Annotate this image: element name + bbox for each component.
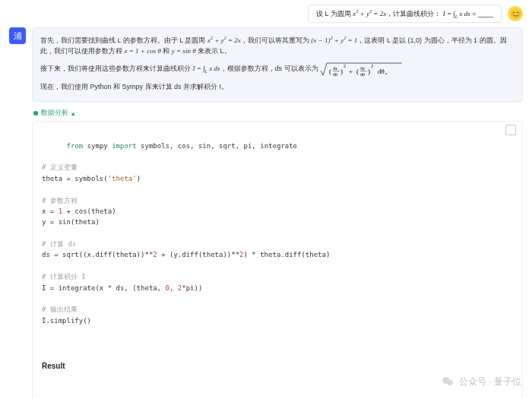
- svg-text:dx: dx: [333, 66, 337, 71]
- status-dot-icon: [33, 111, 38, 116]
- svg-point-15: [447, 380, 453, 386]
- question-box: 设 L 为圆周 x2 + y2 = 2x，计算曲线积分： I = ∫L x ds…: [308, 5, 502, 23]
- copy-icon[interactable]: [507, 126, 516, 135]
- analysis-header[interactable]: 数据分析 ▴: [33, 108, 521, 118]
- sqrt-expression: ( dx dθ ) 2 + ( dy dθ ) 2 dθ。: [320, 60, 404, 78]
- svg-text:+: +: [349, 68, 353, 75]
- wechat-icon: [441, 375, 454, 388]
- svg-text:2: 2: [371, 64, 373, 68]
- analysis-label: 数据分析: [41, 108, 68, 118]
- svg-text:dθ。: dθ。: [378, 68, 391, 75]
- code-block: from sympy import symbols, cos, sin, sqr…: [32, 121, 523, 399]
- svg-text:(: (: [329, 68, 331, 75]
- watermark-text: 公众号 · 量子位: [459, 375, 521, 388]
- svg-text:): ): [368, 68, 370, 75]
- result-block: Result 2*pi: [42, 334, 513, 399]
- bot-avatar-label: 浦: [14, 30, 22, 42]
- bot-avatar: 浦: [9, 27, 26, 44]
- question-text: 设 L 为圆周 x2 + y2 = 2x，计算曲线积分： I = ∫L x ds…: [316, 10, 493, 17]
- svg-text:): ): [340, 68, 343, 75]
- svg-text:dθ: dθ: [360, 72, 365, 77]
- watermark: 公众号 · 量子位: [441, 375, 521, 388]
- result-label: Result: [42, 360, 513, 372]
- user-avatar: 😊: [508, 6, 523, 21]
- svg-text:dy: dy: [360, 66, 365, 71]
- svg-text:2: 2: [344, 64, 346, 68]
- svg-text:(: (: [356, 68, 359, 75]
- svg-text:dθ: dθ: [333, 72, 337, 77]
- explanation-box: 首先，我们需要找到曲线 L 的参数方程。由于 L 是圆周 x2 + y2 = 2…: [32, 27, 523, 102]
- caret-up-icon: ▴: [71, 109, 75, 117]
